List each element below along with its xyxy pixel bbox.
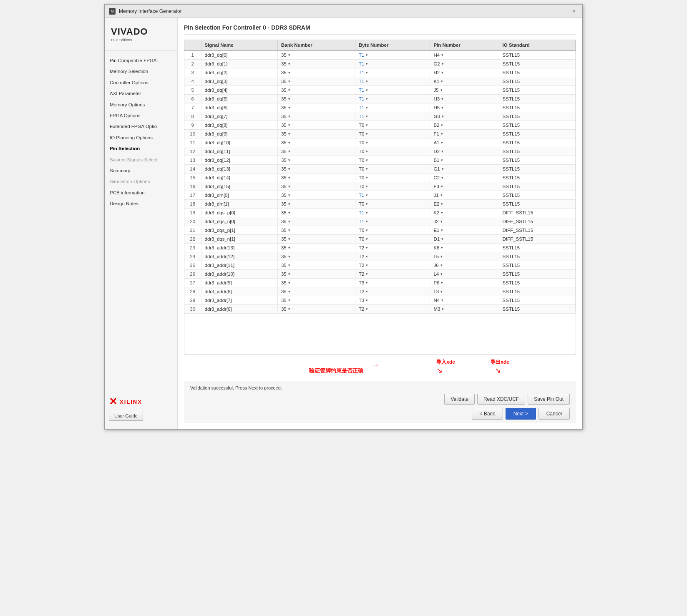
cell-pin[interactable]: K2 ▾ bbox=[430, 209, 499, 217]
bank-dropdown-arrow[interactable]: ▾ bbox=[288, 176, 290, 180]
cell-bank[interactable]: 35 ▾ bbox=[277, 130, 355, 138]
cell-bank[interactable]: 35 ▾ bbox=[277, 226, 355, 235]
byte-dropdown-arrow[interactable]: ▾ bbox=[366, 298, 368, 302]
cell-byte[interactable]: T3 ▾ bbox=[355, 279, 430, 287]
sidebar-item-design-notes[interactable]: Design Notes bbox=[105, 198, 177, 209]
cell-byte[interactable]: T1 ▾ bbox=[355, 50, 430, 60]
sidebar-item-summary[interactable]: Summary bbox=[105, 165, 177, 176]
cell-bank[interactable]: 35 ▾ bbox=[277, 279, 355, 287]
cell-bank[interactable]: 35 ▾ bbox=[277, 50, 355, 60]
bank-dropdown-arrow[interactable]: ▾ bbox=[288, 106, 290, 110]
cell-byte[interactable]: T1 ▾ bbox=[355, 209, 430, 217]
cell-pin[interactable]: G3 ▾ bbox=[430, 112, 499, 121]
cell-pin[interactable]: J1 ▾ bbox=[430, 191, 499, 200]
pin-dropdown-arrow[interactable]: ▾ bbox=[442, 62, 444, 66]
bank-dropdown-arrow[interactable]: ▾ bbox=[288, 114, 290, 118]
bank-dropdown-arrow[interactable]: ▾ bbox=[288, 237, 290, 241]
cell-byte[interactable]: T0 ▾ bbox=[355, 147, 430, 156]
bank-dropdown-arrow[interactable]: ▾ bbox=[288, 167, 290, 171]
byte-dropdown-arrow[interactable]: ▾ bbox=[366, 272, 368, 276]
byte-dropdown-arrow[interactable]: ▾ bbox=[366, 141, 368, 145]
byte-dropdown-arrow[interactable]: ▾ bbox=[366, 158, 368, 162]
pin-dropdown-arrow[interactable]: ▾ bbox=[440, 193, 443, 197]
pin-dropdown-arrow[interactable]: ▾ bbox=[441, 53, 443, 57]
cell-pin[interactable]: E1 ▾ bbox=[430, 226, 499, 235]
cell-byte[interactable]: T0 ▾ bbox=[355, 226, 430, 235]
cell-byte[interactable]: T2 ▾ bbox=[355, 252, 430, 261]
sidebar-item-fpga-options[interactable]: FPGA Options bbox=[105, 110, 177, 121]
cell-pin[interactable]: H4 ▾ bbox=[430, 50, 499, 60]
byte-dropdown-arrow[interactable]: ▾ bbox=[366, 62, 368, 66]
cell-bank[interactable]: 35 ▾ bbox=[277, 217, 355, 226]
cell-byte[interactable]: T0 ▾ bbox=[355, 138, 430, 147]
bank-dropdown-arrow[interactable]: ▾ bbox=[288, 211, 290, 215]
cell-bank[interactable]: 35 ▾ bbox=[277, 287, 355, 296]
bank-dropdown-arrow[interactable]: ▾ bbox=[288, 141, 290, 145]
pin-dropdown-arrow[interactable]: ▾ bbox=[440, 254, 443, 259]
byte-dropdown-arrow[interactable]: ▾ bbox=[366, 246, 368, 250]
bank-dropdown-arrow[interactable]: ▾ bbox=[288, 263, 290, 267]
pin-dropdown-arrow[interactable]: ▾ bbox=[440, 272, 443, 276]
cell-bank[interactable]: 35 ▾ bbox=[277, 261, 355, 270]
sidebar-item-memory-options[interactable]: Memory Options bbox=[105, 99, 177, 110]
cell-bank[interactable]: 35 ▾ bbox=[277, 138, 355, 147]
cell-pin[interactable]: L5 ▾ bbox=[430, 252, 499, 261]
cell-byte[interactable]: T2 ▾ bbox=[355, 244, 430, 252]
cell-byte[interactable]: T1 ▾ bbox=[355, 86, 430, 95]
bank-dropdown-arrow[interactable]: ▾ bbox=[288, 193, 290, 197]
cell-pin[interactable]: C2 ▾ bbox=[430, 173, 499, 182]
byte-dropdown-arrow[interactable]: ▾ bbox=[366, 289, 368, 294]
byte-dropdown-arrow[interactable]: ▾ bbox=[366, 70, 368, 75]
cell-bank[interactable]: 35 ▾ bbox=[277, 103, 355, 112]
byte-dropdown-arrow[interactable]: ▾ bbox=[366, 307, 368, 311]
cell-pin[interactable]: B1 ▾ bbox=[430, 156, 499, 165]
sidebar-item-pin-compatible[interactable]: Pin Compatible FPGA: bbox=[105, 55, 177, 66]
cell-bank[interactable]: 35 ▾ bbox=[277, 156, 355, 165]
pin-dropdown-arrow[interactable]: ▾ bbox=[441, 228, 443, 232]
cell-pin[interactable]: D2 ▾ bbox=[430, 147, 499, 156]
cell-byte[interactable]: T1 ▾ bbox=[355, 112, 430, 121]
cell-byte[interactable]: T0 ▾ bbox=[355, 182, 430, 191]
validate-button[interactable]: Validate bbox=[444, 394, 474, 405]
pin-dropdown-arrow[interactable]: ▾ bbox=[441, 237, 443, 241]
cell-pin[interactable]: A1 ▾ bbox=[430, 138, 499, 147]
cell-byte[interactable]: T1 ▾ bbox=[355, 103, 430, 112]
cell-pin[interactable]: J6 ▾ bbox=[430, 261, 499, 270]
sidebar-item-axi-parameter[interactable]: AXI Parameter bbox=[105, 88, 177, 99]
byte-dropdown-arrow[interactable]: ▾ bbox=[366, 219, 368, 224]
pin-dropdown-arrow[interactable]: ▾ bbox=[442, 114, 444, 118]
cell-byte[interactable]: T3 ▾ bbox=[355, 296, 430, 305]
sidebar-item-pin-selection[interactable]: Pin Selection bbox=[105, 143, 177, 154]
cell-pin[interactable]: L4 ▾ bbox=[430, 270, 499, 279]
cell-bank[interactable]: 35 ▾ bbox=[277, 235, 355, 244]
cell-byte[interactable]: T1 ▾ bbox=[355, 77, 430, 86]
bank-dropdown-arrow[interactable]: ▾ bbox=[288, 246, 290, 250]
cell-byte[interactable]: T1 ▾ bbox=[355, 191, 430, 200]
pin-dropdown-arrow[interactable]: ▾ bbox=[440, 289, 443, 294]
cell-byte[interactable]: T1 ▾ bbox=[355, 60, 430, 68]
cell-bank[interactable]: 35 ▾ bbox=[277, 270, 355, 279]
cell-byte[interactable]: T0 ▾ bbox=[355, 235, 430, 244]
pin-dropdown-arrow[interactable]: ▾ bbox=[441, 132, 443, 136]
cell-bank[interactable]: 35 ▾ bbox=[277, 244, 355, 252]
byte-dropdown-arrow[interactable]: ▾ bbox=[366, 193, 368, 197]
cell-pin[interactable]: E2 ▾ bbox=[430, 200, 499, 209]
byte-dropdown-arrow[interactable]: ▾ bbox=[366, 184, 368, 189]
cell-bank[interactable]: 35 ▾ bbox=[277, 191, 355, 200]
pin-dropdown-arrow[interactable]: ▾ bbox=[441, 211, 443, 215]
bank-dropdown-arrow[interactable]: ▾ bbox=[288, 289, 290, 294]
cell-bank[interactable]: 35 ▾ bbox=[277, 147, 355, 156]
pin-dropdown-arrow[interactable]: ▾ bbox=[440, 263, 443, 267]
bank-dropdown-arrow[interactable]: ▾ bbox=[288, 219, 290, 224]
bank-dropdown-arrow[interactable]: ▾ bbox=[288, 184, 290, 189]
cell-pin[interactable]: G1 ▾ bbox=[430, 165, 499, 173]
bank-dropdown-arrow[interactable]: ▾ bbox=[288, 53, 290, 57]
bank-dropdown-arrow[interactable]: ▾ bbox=[288, 88, 290, 92]
cell-pin[interactable]: G2 ▾ bbox=[430, 60, 499, 68]
byte-dropdown-arrow[interactable]: ▾ bbox=[366, 254, 368, 259]
cell-byte[interactable]: T0 ▾ bbox=[355, 200, 430, 209]
pin-dropdown-arrow[interactable]: ▾ bbox=[441, 149, 443, 153]
cell-bank[interactable]: 35 ▾ bbox=[277, 121, 355, 130]
cancel-button[interactable]: Cancel bbox=[539, 408, 570, 420]
cell-pin[interactable]: M3 ▾ bbox=[430, 305, 499, 314]
